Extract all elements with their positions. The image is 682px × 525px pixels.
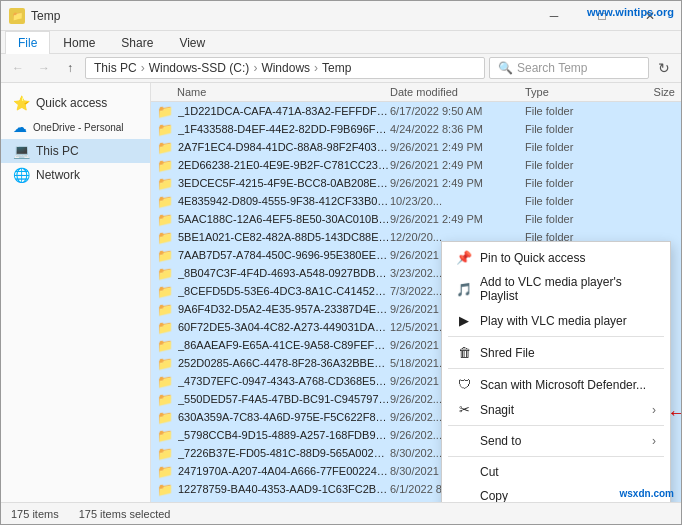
path-temp: Temp — [322, 61, 351, 75]
table-row[interactable]: 📁2ED66238-21E0-4E9E-9B2F-C781CC23604D9/2… — [151, 156, 681, 174]
ribbon-tabs: File Home Share View — [1, 31, 681, 53]
submenu-arrow: › — [652, 403, 656, 417]
file-explorer-window: 📁 Temp ─ □ ✕ File Home Share View ← → ↑ … — [0, 0, 682, 525]
title-bar: 📁 Temp ─ □ ✕ — [1, 1, 681, 31]
address-path[interactable]: This PC › Windows-SSD (C:) › Windows › T… — [85, 57, 485, 79]
folder-icon: 📁 — [157, 482, 173, 497]
table-row[interactable]: 📁3EDCEC5F-4215-4F9E-BCC8-0AB208E154E89/2… — [151, 174, 681, 192]
folder-icon: 📁 — [157, 410, 173, 425]
folder-icon: 📁 — [157, 194, 173, 209]
folder-icon: 📁 — [157, 446, 173, 461]
table-row[interactable]: 📁4E835942-D809-4555-9F38-412CF33B093010/… — [151, 192, 681, 210]
tab-view[interactable]: View — [166, 31, 218, 54]
folder-icon: 📁 — [157, 464, 173, 479]
folder-icon: 📁 — [157, 500, 173, 503]
sidebar: ⭐ Quick access ☁ OneDrive - Personal 💻 T… — [1, 83, 151, 502]
folder-icon: 📁 — [157, 266, 173, 281]
folder-icon: 📁 — [157, 428, 173, 443]
context-menu: 📌 Pin to Quick access 🎵 Add to VLC media… — [441, 241, 671, 502]
play-icon: ▶ — [456, 313, 472, 328]
folder-icon: 📁 — [157, 392, 173, 407]
delete-arrow-indicator: ← — [667, 401, 681, 424]
shred-icon: 🗑 — [456, 345, 472, 360]
search-box[interactable]: 🔍 Search Temp — [489, 57, 649, 79]
folder-icon: 📁 — [157, 302, 173, 317]
up-button[interactable]: ↑ — [59, 57, 81, 79]
address-bar: ← → ↑ This PC › Windows-SSD (C:) › Windo… — [1, 54, 681, 83]
file-area: Name Date modified Type Size 📁_1D221DCA-… — [151, 83, 681, 502]
folder-icon: 📁 — [157, 122, 173, 137]
pin-icon: 📌 — [456, 250, 472, 265]
back-button[interactable]: ← — [7, 57, 29, 79]
cloud-icon: ☁ — [13, 119, 27, 135]
table-row[interactable]: 📁2A7F1EC4-D984-41DC-88A8-98F2F4037C269/2… — [151, 138, 681, 156]
ctx-separator — [448, 368, 664, 369]
col-header-type[interactable]: Type — [525, 86, 615, 98]
sidebar-item-label: Network — [36, 168, 80, 182]
folder-icon: 📁 — [157, 230, 173, 245]
search-icon: 🔍 — [498, 61, 513, 75]
ctx-separator — [448, 425, 664, 426]
folder-icon: 📁 — [157, 248, 173, 263]
tab-file[interactable]: File — [5, 31, 50, 54]
folder-icon: 📁 — [157, 338, 173, 353]
col-header-date[interactable]: Date modified — [390, 86, 525, 98]
refresh-button[interactable]: ↻ — [653, 57, 675, 79]
selected-count: 175 items selected — [79, 508, 171, 520]
col-header-name[interactable]: Name — [157, 86, 390, 98]
watermark-top: www.wintips.org — [587, 6, 674, 18]
folder-icon: 📁 — [157, 140, 173, 155]
ctx-cut[interactable]: Cut — [442, 460, 670, 484]
sidebar-item-onedrive[interactable]: ☁ OneDrive - Personal — [1, 115, 150, 139]
music-icon: 🎵 — [456, 282, 472, 297]
column-headers: Name Date modified Type Size — [151, 83, 681, 102]
folder-icon: 📁 — [157, 176, 173, 191]
ctx-shred[interactable]: 🗑 Shred File — [442, 340, 670, 365]
computer-icon: 💻 — [13, 143, 30, 159]
path-drive: Windows-SSD (C:) — [149, 61, 250, 75]
col-header-size[interactable]: Size — [615, 86, 675, 98]
folder-icon: 📁 — [157, 212, 173, 227]
ctx-separator — [448, 456, 664, 457]
ribbon: File Home Share View — [1, 31, 681, 54]
path-this-pc: This PC — [94, 61, 137, 75]
sidebar-item-this-pc[interactable]: 💻 This PC — [1, 139, 150, 163]
sidebar-item-label: OneDrive - Personal — [33, 122, 124, 133]
ctx-pin-quick-access[interactable]: 📌 Pin to Quick access — [442, 245, 670, 270]
ctx-snagit[interactable]: ✂ Snagit › — [442, 397, 670, 422]
folder-icon: 📁 — [157, 158, 173, 173]
table-row[interactable]: 📁5AAC188C-12A6-4EF5-8E50-30AC010BCA149/2… — [151, 210, 681, 228]
sidebar-item-quick-access[interactable]: ⭐ Quick access — [1, 91, 150, 115]
ctx-vlc-playlist[interactable]: 🎵 Add to VLC media player's Playlist — [442, 270, 670, 308]
window-icon: 📁 — [9, 8, 25, 24]
window-title: Temp — [31, 9, 525, 23]
table-row[interactable]: 📁_1D221DCA-CAFA-471A-83A2-FEFFDF32162A6/… — [151, 102, 681, 120]
sidebar-item-label: Quick access — [36, 96, 107, 110]
path-windows: Windows — [261, 61, 310, 75]
folder-icon: 📁 — [157, 104, 173, 119]
forward-button[interactable]: → — [33, 57, 55, 79]
main-content: ⭐ Quick access ☁ OneDrive - Personal 💻 T… — [1, 83, 681, 502]
watermark-bottom: wsxdn.com — [620, 488, 674, 499]
tab-share[interactable]: Share — [108, 31, 166, 54]
sidebar-item-label: This PC — [36, 144, 79, 158]
status-bar: 175 items 175 items selected — [1, 502, 681, 524]
folder-icon: 📁 — [157, 374, 173, 389]
sidebar-item-network[interactable]: 🌐 Network — [1, 163, 150, 187]
submenu-arrow: › — [652, 434, 656, 448]
tab-home[interactable]: Home — [50, 31, 108, 54]
ctx-vlc-play[interactable]: ▶ Play with VLC media player — [442, 308, 670, 333]
search-placeholder: Search Temp — [517, 61, 587, 75]
ctx-defender[interactable]: 🛡 Scan with Microsoft Defender... — [442, 372, 670, 397]
star-icon: ⭐ — [13, 95, 30, 111]
folder-icon: 📁 — [157, 284, 173, 299]
item-count: 175 items — [11, 508, 59, 520]
ctx-separator — [448, 336, 664, 337]
minimize-button[interactable]: ─ — [531, 1, 577, 31]
shield-icon: 🛡 — [456, 377, 472, 392]
table-row[interactable]: 📁_1F433588-D4EF-44E2-82DD-F9B696F3D63B4/… — [151, 120, 681, 138]
network-icon: 🌐 — [13, 167, 30, 183]
ctx-send-to[interactable]: Send to › — [442, 429, 670, 453]
scissors-icon: ✂ — [456, 402, 472, 417]
folder-icon: 📁 — [157, 356, 173, 371]
